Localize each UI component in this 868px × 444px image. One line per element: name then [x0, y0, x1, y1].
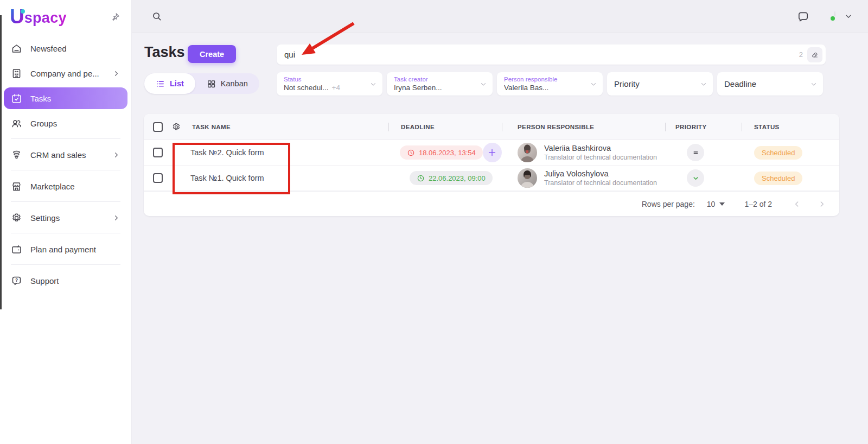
- sidebar: U spacy Newsfeed Company and pe...: [0, 0, 132, 444]
- sidebar-item-support[interactable]: ? Support: [0, 268, 131, 293]
- task-search-input[interactable]: [284, 50, 799, 59]
- sidebar-nav: Newsfeed Company and pe... Tasks: [0, 34, 131, 293]
- sidebar-item-label: Newsfeed: [30, 44, 67, 53]
- groups-icon: [11, 118, 22, 129]
- task-name-link[interactable]: Task №1. Quick form: [163, 174, 264, 182]
- row-person-cell[interactable]: Juliya Voloshylova Translator of technic…: [502, 168, 665, 188]
- filter-person-responsible[interactable]: Person responsible Valeriia Bas...: [497, 72, 603, 96]
- sidebar-divider: [11, 170, 120, 170]
- svg-text:?: ?: [15, 277, 18, 283]
- person-name: Juliya Voloshylova: [544, 169, 657, 178]
- filter-deadline[interactable]: Deadline: [717, 72, 823, 96]
- crm-funnel-icon: [11, 149, 22, 161]
- previous-page-button[interactable]: [790, 198, 803, 211]
- sidebar-item-plan-payment[interactable]: Plan and payment: [0, 237, 131, 262]
- select-all-checkbox[interactable]: [153, 122, 163, 132]
- status-badge[interactable]: Scheduled: [754, 172, 802, 185]
- deadline-badge-overdue: 18.06.2023, 13:54: [400, 145, 483, 160]
- logo-text: spacy: [24, 10, 67, 26]
- table-header-person[interactable]: PERSON RESPONSIBLE: [502, 114, 665, 139]
- profile-chevron-down-icon[interactable]: [844, 12, 853, 21]
- sidebar-item-label: Settings: [30, 213, 60, 223]
- gear-icon: [11, 212, 22, 224]
- sidebar-divider: [11, 138, 120, 139]
- chevron-down-icon: [810, 80, 818, 88]
- sidebar-item-marketplace[interactable]: Marketplace: [0, 174, 131, 199]
- user-avatar[interactable]: [834, 11, 835, 21]
- tab-list-view[interactable]: List: [144, 73, 195, 94]
- next-page-button[interactable]: [815, 198, 828, 211]
- search-icon[interactable]: [151, 10, 163, 22]
- caret-down-icon: [719, 202, 725, 206]
- filter-bar: Status Not schedul...+4 Task creator Iry…: [277, 72, 823, 96]
- row-priority-cell: [665, 144, 742, 161]
- sidebar-item-label: Tasks: [30, 94, 51, 103]
- filter-value: Iryna Serben...: [394, 84, 480, 92]
- priority-low-icon[interactable]: [687, 169, 704, 187]
- chevron-down-icon: [700, 80, 707, 88]
- sidebar-item-label: Groups: [30, 119, 57, 128]
- deadline-badge-upcoming: 22.06.2023, 09:00: [410, 171, 493, 185]
- sidebar-divider: [11, 264, 120, 265]
- column-header-label[interactable]: TASK NAME: [192, 124, 231, 130]
- wallet-icon: [11, 244, 22, 255]
- rows-per-page-value: 10: [707, 200, 716, 208]
- sidebar-header: U spacy: [0, 0, 131, 34]
- chevron-right-icon: [112, 214, 120, 222]
- topbar: [132, 0, 868, 33]
- filter-priority[interactable]: Priority: [607, 72, 713, 96]
- sidebar-divider: [11, 201, 120, 202]
- table-header-row: TASK NAME DEADLINE PERSON RESPONSIBLE PR…: [144, 114, 839, 140]
- view-switcher: List Kanban: [144, 73, 259, 94]
- filter-task-creator[interactable]: Task creator Iryna Serben...: [387, 72, 493, 96]
- sidebar-item-label: Support: [30, 276, 59, 286]
- person-avatar: [518, 168, 537, 188]
- person-avatar: [518, 143, 537, 162]
- table-header-deadline[interactable]: DEADLINE: [388, 114, 502, 139]
- row-status-cell: Scheduled: [742, 172, 839, 185]
- tab-kanban-view[interactable]: Kanban: [195, 73, 259, 94]
- sidebar-item-crm[interactable]: CRM and sales: [0, 142, 131, 167]
- filter-value: Valeriia Bas...: [504, 84, 590, 92]
- status-badge[interactable]: Scheduled: [754, 146, 802, 160]
- rows-per-page-select[interactable]: 10: [707, 200, 725, 208]
- help-bubble-icon: ?: [11, 275, 22, 287]
- main-content: Tasks Create 2 List Kanban: [132, 33, 868, 444]
- chevron-down-icon: [369, 80, 377, 88]
- chat-icon[interactable]: [797, 10, 809, 23]
- chevron-right-icon: [112, 151, 120, 159]
- table-row: Task №1. Quick form 22.06.2023, 09:00 Ju…: [144, 166, 839, 191]
- sidebar-item-newsfeed[interactable]: Newsfeed: [0, 36, 131, 61]
- uspacy-logo[interactable]: U spacy: [10, 8, 67, 26]
- tab-label: List: [170, 79, 184, 88]
- table-header-status[interactable]: STATUS: [742, 114, 839, 139]
- pagination-range: 1–2 of 2: [744, 200, 772, 208]
- tasks-table: TASK NAME DEADLINE PERSON RESPONSIBLE PR…: [144, 114, 839, 216]
- logo-dot: [21, 9, 25, 14]
- page-title: Tasks: [144, 44, 185, 61]
- table-header-priority[interactable]: PRIORITY: [665, 114, 742, 139]
- sidebar-item-tasks[interactable]: Tasks: [4, 87, 127, 109]
- filter-extra-count: +4: [332, 84, 340, 92]
- row-checkbox[interactable]: [153, 148, 163, 157]
- filter-label: Task creator: [394, 76, 480, 83]
- filter-status[interactable]: Status Not schedul...+4: [277, 72, 382, 96]
- column-settings-gear-icon[interactable]: [171, 122, 181, 132]
- add-subtask-button[interactable]: [483, 143, 502, 162]
- search-result-count: 2: [799, 50, 803, 59]
- priority-medium-icon[interactable]: [687, 144, 704, 161]
- sidebar-item-groups[interactable]: Groups: [0, 111, 131, 136]
- clear-search-button[interactable]: [807, 47, 822, 62]
- row-person-cell[interactable]: Valeriia Bashkirova Translator of techni…: [502, 143, 665, 162]
- row-checkbox[interactable]: [153, 173, 163, 183]
- sidebar-item-company[interactable]: Company and pe...: [0, 61, 131, 86]
- create-task-button[interactable]: Create: [188, 45, 236, 63]
- filter-label: Person responsible: [504, 76, 590, 83]
- pin-sidebar-icon[interactable]: [110, 12, 120, 22]
- task-name-link[interactable]: Task №2. Quick form: [163, 148, 264, 157]
- sidebar-divider: [11, 233, 120, 233]
- kanban-grid-icon: [207, 79, 216, 88]
- plus-icon: [487, 147, 497, 158]
- sidebar-item-settings[interactable]: Settings: [0, 205, 131, 230]
- row-name-cell: Task №1. Quick form: [144, 173, 388, 183]
